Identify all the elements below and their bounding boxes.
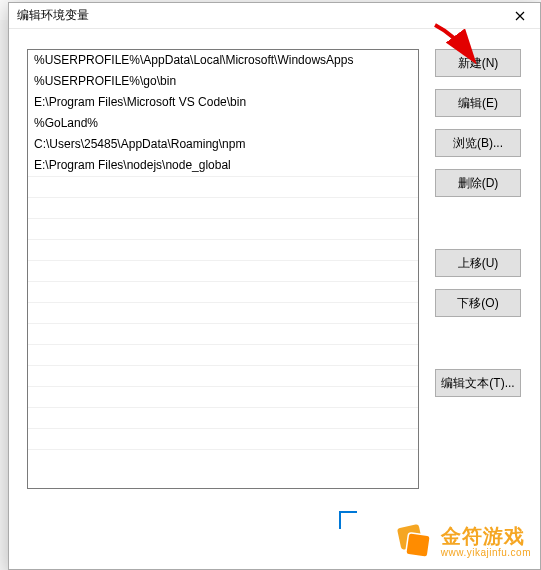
list-item-empty[interactable] [28,281,418,302]
path-list[interactable]: %USERPROFILE%\AppData\Local\Microsoft\Wi… [27,49,419,489]
browse-button[interactable]: 浏览(B)... [435,129,521,157]
list-item-empty[interactable] [28,344,418,365]
list-item[interactable]: %USERPROFILE%\AppData\Local\Microsoft\Wi… [28,50,418,71]
list-item-empty[interactable] [28,197,418,218]
moveup-button[interactable]: 上移(U) [435,249,521,277]
list-item[interactable]: %USERPROFILE%\go\bin [28,71,418,92]
list-item-empty[interactable] [28,260,418,281]
list-item-empty[interactable] [28,218,418,239]
close-icon [515,8,525,24]
movedown-button[interactable]: 下移(O) [435,289,521,317]
dialog-body: %USERPROFILE%\AppData\Local\Microsoft\Wi… [9,29,540,499]
list-item-empty[interactable] [28,302,418,323]
list-item-empty[interactable] [28,176,418,197]
delete-button[interactable]: 删除(D) [435,169,521,197]
edittext-button[interactable]: 编辑文本(T)... [435,369,521,397]
close-button[interactable] [500,3,540,29]
spacer [435,329,521,357]
list-item-empty[interactable] [28,386,418,407]
edit-button[interactable]: 编辑(E) [435,89,521,117]
list-item[interactable]: E:\Program Files\nodejs\node_global [28,155,418,176]
list-item[interactable]: C:\Users\25485\AppData\Roaming\npm [28,134,418,155]
dialog-title: 编辑环境变量 [17,7,89,24]
list-item-empty[interactable] [28,239,418,260]
list-item-empty[interactable] [28,407,418,428]
titlebar: 编辑环境变量 [9,3,540,29]
focus-rect-corner [339,511,357,529]
list-item-empty[interactable] [28,428,418,449]
list-item[interactable]: E:\Program Files\Microsoft VS Code\bin [28,92,418,113]
list-item-empty[interactable] [28,449,418,470]
list-item-empty[interactable] [28,365,418,386]
edit-env-dialog: 编辑环境变量 %USERPROFILE%\AppData\Local\Micro… [8,2,541,570]
list-item[interactable]: %GoLand% [28,113,418,134]
list-item-empty[interactable] [28,323,418,344]
new-button[interactable]: 新建(N) [435,49,521,77]
spacer [435,209,521,237]
button-column: 新建(N) 编辑(E) 浏览(B)... 删除(D) 上移(U) 下移(O) 编… [435,49,521,489]
